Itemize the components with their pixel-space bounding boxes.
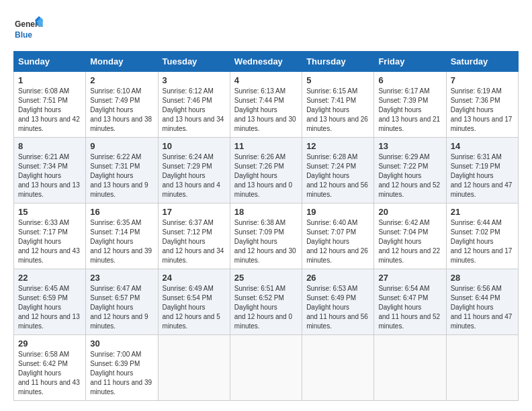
day-info: Sunrise: 6:08 AM Sunset: 7:51 PM Dayligh… bbox=[18, 87, 81, 134]
day-cell bbox=[230, 335, 302, 401]
day-cell bbox=[158, 335, 230, 401]
day-cell: 25 Sunrise: 6:51 AM Sunset: 6:52 PM Dayl… bbox=[230, 269, 302, 335]
weekday-header-tuesday: Tuesday bbox=[158, 52, 230, 72]
day-number: 3 bbox=[163, 75, 226, 85]
day-info: Sunrise: 6:51 AM Sunset: 6:52 PM Dayligh… bbox=[234, 284, 298, 331]
svg-text:Blue: Blue bbox=[15, 30, 32, 40]
day-cell: 9 Sunrise: 6:22 AM Sunset: 7:31 PM Dayli… bbox=[86, 138, 158, 203]
day-info: Sunrise: 6:38 AM Sunset: 7:09 PM Dayligh… bbox=[234, 218, 298, 265]
day-number: 24 bbox=[163, 273, 226, 283]
day-cell bbox=[302, 335, 374, 401]
day-cell: 26 Sunrise: 6:53 AM Sunset: 6:49 PM Dayl… bbox=[302, 269, 374, 335]
day-number: 10 bbox=[163, 141, 226, 151]
day-number: 5 bbox=[306, 75, 369, 85]
day-cell: 17 Sunrise: 6:37 AM Sunset: 7:12 PM Dayl… bbox=[158, 203, 230, 269]
day-cell: 22 Sunrise: 6:45 AM Sunset: 6:59 PM Dayl… bbox=[14, 269, 86, 335]
day-number: 18 bbox=[234, 207, 298, 217]
day-info: Sunrise: 6:47 AM Sunset: 6:57 PM Dayligh… bbox=[90, 284, 153, 331]
day-number: 17 bbox=[163, 207, 226, 217]
day-cell: 14 Sunrise: 6:31 AM Sunset: 7:19 PM Dayl… bbox=[446, 138, 518, 203]
day-info: Sunrise: 6:31 AM Sunset: 7:19 PM Dayligh… bbox=[451, 152, 514, 199]
day-info: Sunrise: 6:37 AM Sunset: 7:12 PM Dayligh… bbox=[163, 218, 226, 265]
day-info: Sunrise: 6:58 AM Sunset: 6:42 PM Dayligh… bbox=[18, 350, 81, 397]
week-row-4: 22 Sunrise: 6:45 AM Sunset: 6:59 PM Dayl… bbox=[14, 269, 519, 335]
day-info: Sunrise: 6:24 AM Sunset: 7:29 PM Dayligh… bbox=[163, 152, 226, 199]
day-cell: 27 Sunrise: 6:54 AM Sunset: 6:47 PM Dayl… bbox=[374, 269, 446, 335]
calendar: SundayMondayTuesdayWednesdayThursdayFrid… bbox=[13, 51, 519, 401]
day-cell: 30 Sunrise: 7:00 AM Sunset: 6:39 PM Dayl… bbox=[86, 335, 158, 401]
weekday-header-thursday: Thursday bbox=[302, 52, 374, 72]
weekday-header-row: SundayMondayTuesdayWednesdayThursdayFrid… bbox=[14, 52, 519, 72]
weekday-header-wednesday: Wednesday bbox=[230, 52, 302, 72]
day-cell: 7 Sunrise: 6:19 AM Sunset: 7:36 PM Dayli… bbox=[446, 72, 518, 138]
day-number: 11 bbox=[234, 141, 298, 151]
day-cell: 11 Sunrise: 6:26 AM Sunset: 7:26 PM Dayl… bbox=[230, 138, 302, 203]
day-number: 7 bbox=[451, 75, 514, 85]
day-number: 30 bbox=[90, 338, 153, 349]
day-cell: 18 Sunrise: 6:38 AM Sunset: 7:09 PM Dayl… bbox=[230, 203, 302, 269]
weekday-header-saturday: Saturday bbox=[446, 52, 518, 72]
day-cell: 20 Sunrise: 6:42 AM Sunset: 7:04 PM Dayl… bbox=[374, 203, 446, 269]
day-number: 19 bbox=[306, 207, 369, 217]
day-cell: 29 Sunrise: 6:58 AM Sunset: 6:42 PM Dayl… bbox=[14, 335, 86, 401]
day-cell: 3 Sunrise: 6:12 AM Sunset: 7:46 PM Dayli… bbox=[158, 72, 230, 138]
day-cell bbox=[446, 335, 518, 401]
day-cell: 28 Sunrise: 6:56 AM Sunset: 6:44 PM Dayl… bbox=[446, 269, 518, 335]
day-number: 26 bbox=[306, 273, 369, 283]
day-number: 12 bbox=[306, 141, 369, 151]
day-number: 25 bbox=[234, 273, 298, 283]
day-cell: 23 Sunrise: 6:47 AM Sunset: 6:57 PM Dayl… bbox=[86, 269, 158, 335]
day-info: Sunrise: 6:33 AM Sunset: 7:17 PM Dayligh… bbox=[18, 218, 81, 265]
day-cell: 4 Sunrise: 6:13 AM Sunset: 7:44 PM Dayli… bbox=[230, 72, 302, 138]
day-cell: 2 Sunrise: 6:10 AM Sunset: 7:49 PM Dayli… bbox=[86, 72, 158, 138]
day-info: Sunrise: 6:19 AM Sunset: 7:36 PM Dayligh… bbox=[451, 87, 514, 134]
day-info: Sunrise: 6:28 AM Sunset: 7:24 PM Dayligh… bbox=[306, 152, 369, 199]
day-number: 9 bbox=[90, 141, 153, 151]
logo-svg: General Blue bbox=[13, 13, 43, 43]
day-info: Sunrise: 6:13 AM Sunset: 7:44 PM Dayligh… bbox=[234, 87, 298, 134]
day-number: 2 bbox=[90, 75, 153, 85]
day-cell: 6 Sunrise: 6:17 AM Sunset: 7:39 PM Dayli… bbox=[374, 72, 446, 138]
day-number: 29 bbox=[18, 338, 81, 349]
day-number: 4 bbox=[234, 75, 298, 85]
logo: General Blue bbox=[13, 13, 43, 43]
day-number: 23 bbox=[90, 273, 153, 283]
day-info: Sunrise: 6:56 AM Sunset: 6:44 PM Dayligh… bbox=[451, 284, 514, 331]
week-row-1: 1 Sunrise: 6:08 AM Sunset: 7:51 PM Dayli… bbox=[14, 72, 519, 138]
day-cell: 13 Sunrise: 6:29 AM Sunset: 7:22 PM Dayl… bbox=[374, 138, 446, 203]
day-info: Sunrise: 6:15 AM Sunset: 7:41 PM Dayligh… bbox=[306, 87, 369, 134]
day-number: 28 bbox=[451, 273, 514, 283]
day-info: Sunrise: 6:49 AM Sunset: 6:54 PM Dayligh… bbox=[163, 284, 226, 331]
day-info: Sunrise: 6:12 AM Sunset: 7:46 PM Dayligh… bbox=[163, 87, 226, 134]
day-info: Sunrise: 6:54 AM Sunset: 6:47 PM Dayligh… bbox=[378, 284, 441, 331]
day-info: Sunrise: 6:17 AM Sunset: 7:39 PM Dayligh… bbox=[378, 87, 441, 134]
day-number: 1 bbox=[18, 75, 81, 85]
day-info: Sunrise: 6:44 AM Sunset: 7:02 PM Dayligh… bbox=[451, 218, 514, 265]
day-cell bbox=[374, 335, 446, 401]
day-number: 13 bbox=[378, 141, 441, 151]
day-number: 22 bbox=[18, 273, 81, 283]
day-cell: 10 Sunrise: 6:24 AM Sunset: 7:29 PM Dayl… bbox=[158, 138, 230, 203]
day-cell: 19 Sunrise: 6:40 AM Sunset: 7:07 PM Dayl… bbox=[302, 203, 374, 269]
day-info: Sunrise: 6:10 AM Sunset: 7:49 PM Dayligh… bbox=[90, 87, 153, 134]
day-info: Sunrise: 6:40 AM Sunset: 7:07 PM Dayligh… bbox=[306, 218, 369, 265]
day-cell: 15 Sunrise: 6:33 AM Sunset: 7:17 PM Dayl… bbox=[14, 203, 86, 269]
week-row-2: 8 Sunrise: 6:21 AM Sunset: 7:34 PM Dayli… bbox=[14, 138, 519, 203]
header: General Blue bbox=[13, 13, 519, 43]
day-number: 6 bbox=[378, 75, 441, 85]
day-info: Sunrise: 6:53 AM Sunset: 6:49 PM Dayligh… bbox=[306, 284, 369, 331]
day-number: 16 bbox=[90, 207, 153, 217]
day-info: Sunrise: 7:00 AM Sunset: 6:39 PM Dayligh… bbox=[90, 350, 153, 397]
day-number: 14 bbox=[451, 141, 514, 151]
day-cell: 24 Sunrise: 6:49 AM Sunset: 6:54 PM Dayl… bbox=[158, 269, 230, 335]
day-number: 8 bbox=[18, 141, 81, 151]
week-row-5: 29 Sunrise: 6:58 AM Sunset: 6:42 PM Dayl… bbox=[14, 335, 519, 401]
day-info: Sunrise: 6:21 AM Sunset: 7:34 PM Dayligh… bbox=[18, 152, 81, 199]
day-number: 15 bbox=[18, 207, 81, 217]
day-cell: 5 Sunrise: 6:15 AM Sunset: 7:41 PM Dayli… bbox=[302, 72, 374, 138]
week-row-3: 15 Sunrise: 6:33 AM Sunset: 7:17 PM Dayl… bbox=[14, 203, 519, 269]
day-info: Sunrise: 6:22 AM Sunset: 7:31 PM Dayligh… bbox=[90, 152, 153, 199]
day-number: 21 bbox=[451, 207, 514, 217]
day-cell: 12 Sunrise: 6:28 AM Sunset: 7:24 PM Dayl… bbox=[302, 138, 374, 203]
weekday-header-sunday: Sunday bbox=[14, 52, 86, 72]
